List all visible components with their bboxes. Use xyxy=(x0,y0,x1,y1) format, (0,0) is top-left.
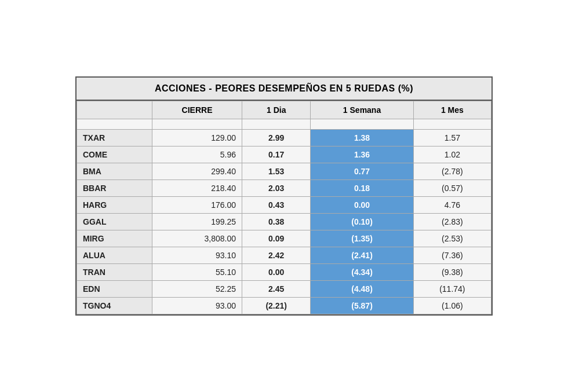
table-row: EDN52.252.45(4.48)(11.74) xyxy=(77,281,491,298)
cell-semana: 0.77 xyxy=(311,163,413,180)
cell-mes: 1.02 xyxy=(413,146,491,163)
cell-dia: 2.42 xyxy=(242,247,311,264)
cell-dia: 0.00 xyxy=(242,264,311,281)
cell-dia: 2.45 xyxy=(242,281,311,298)
cell-ticker: MIRG xyxy=(77,230,152,247)
cell-mes: (2.78) xyxy=(413,163,491,180)
cell-dia: 0.09 xyxy=(242,230,311,247)
cell-cierre: 199.25 xyxy=(152,214,242,230)
table-row: TRAN55.100.00(4.34)(9.38) xyxy=(77,264,491,281)
cell-ticker: BBAR xyxy=(77,180,152,197)
cell-cierre: 93.00 xyxy=(152,298,242,314)
table-row: TXAR129.002.991.381.57 xyxy=(77,130,491,146)
cell-dia: 2.03 xyxy=(242,180,311,197)
cell-mes: (0.57) xyxy=(413,180,491,197)
cell-mes: (2.53) xyxy=(413,230,491,247)
col-semana-header: 1 Semana xyxy=(311,101,413,119)
cell-semana: 0.00 xyxy=(311,197,413,214)
cell-cierre: 5.96 xyxy=(152,146,242,163)
cell-ticker: TXAR xyxy=(77,130,152,146)
cell-mes: (9.38) xyxy=(413,264,491,281)
cell-dia: 0.43 xyxy=(242,197,311,214)
spacer-row xyxy=(77,119,491,130)
cell-mes: 1.57 xyxy=(413,130,491,146)
cell-semana: 0.18 xyxy=(311,180,413,197)
cell-semana: (2.41) xyxy=(311,247,413,264)
cell-cierre: 218.40 xyxy=(152,180,242,197)
cell-cierre: 93.10 xyxy=(152,247,242,264)
cell-cierre: 3,808.00 xyxy=(152,230,242,247)
table-row: COME5.960.171.361.02 xyxy=(77,146,491,163)
table-row: BBAR218.402.030.18(0.57) xyxy=(77,180,491,197)
table-row: BMA299.401.530.77(2.78) xyxy=(77,163,491,180)
table-row: GGAL199.250.38(0.10)(2.83) xyxy=(77,214,491,230)
cell-dia: (2.21) xyxy=(242,298,311,314)
col-dia-header: 1 Dia xyxy=(242,101,311,119)
cell-ticker: EDN xyxy=(77,281,152,298)
cell-dia: 1.53 xyxy=(242,163,311,180)
cell-ticker: HARG xyxy=(77,197,152,214)
cell-semana: 1.38 xyxy=(311,130,413,146)
cell-dia: 0.38 xyxy=(242,214,311,230)
header-row: CIERRE 1 Dia 1 Semana 1 Mes xyxy=(77,101,491,119)
cell-semana: 1.36 xyxy=(311,146,413,163)
cell-ticker: TRAN xyxy=(77,264,152,281)
cell-cierre: 299.40 xyxy=(152,163,242,180)
cell-cierre: 52.25 xyxy=(152,281,242,298)
cell-semana: (1.35) xyxy=(311,230,413,247)
cell-semana: (0.10) xyxy=(311,214,413,230)
data-table: CIERRE 1 Dia 1 Semana 1 Mes TXAR129.002.… xyxy=(77,101,491,314)
cell-cierre: 129.00 xyxy=(152,130,242,146)
table-row: MIRG3,808.000.09(1.35)(2.53) xyxy=(77,230,491,247)
main-table-wrapper: ACCIONES - PEORES DESEMPEÑOS EN 5 RUEDAS… xyxy=(75,76,493,316)
cell-mes: (2.83) xyxy=(413,214,491,230)
cell-ticker: COME xyxy=(77,146,152,163)
table-row: ALUA93.102.42(2.41)(7.36) xyxy=(77,247,491,264)
table-row: HARG176.000.430.004.76 xyxy=(77,197,491,214)
table-body: TXAR129.002.991.381.57COME5.960.171.361.… xyxy=(77,130,491,314)
cell-ticker: BMA xyxy=(77,163,152,180)
cell-mes: 4.76 xyxy=(413,197,491,214)
cell-mes: (11.74) xyxy=(413,281,491,298)
cell-ticker: ALUA xyxy=(77,247,152,264)
cell-ticker: GGAL xyxy=(77,214,152,230)
col-mes-header: 1 Mes xyxy=(413,101,491,119)
cell-mes: (7.36) xyxy=(413,247,491,264)
cell-semana: (4.34) xyxy=(311,264,413,281)
cell-cierre: 176.00 xyxy=(152,197,242,214)
col-cierre-header: CIERRE xyxy=(152,101,242,119)
col-ticker-header xyxy=(77,101,152,119)
cell-semana: (5.87) xyxy=(311,298,413,314)
cell-dia: 2.99 xyxy=(242,130,311,146)
cell-semana: (4.48) xyxy=(311,281,413,298)
table-row: TGNO493.00(2.21)(5.87)(1.06) xyxy=(77,298,491,314)
table-title: ACCIONES - PEORES DESEMPEÑOS EN 5 RUEDAS… xyxy=(77,78,491,101)
cell-ticker: TGNO4 xyxy=(77,298,152,314)
cell-mes: (1.06) xyxy=(413,298,491,314)
cell-dia: 0.17 xyxy=(242,146,311,163)
cell-cierre: 55.10 xyxy=(152,264,242,281)
